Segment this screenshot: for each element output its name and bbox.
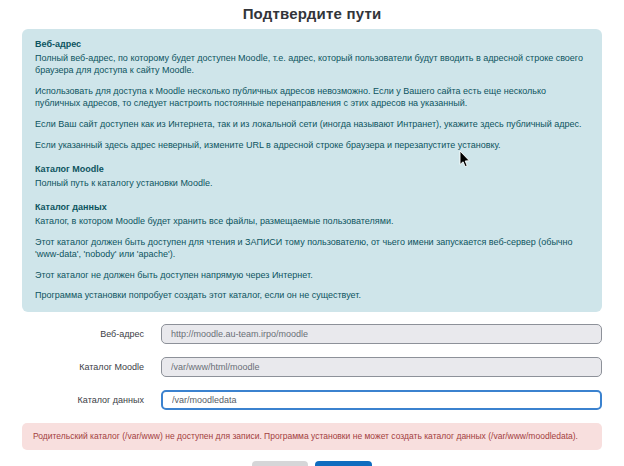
back-button[interactable]: « Назад [252, 461, 308, 466]
wizard-buttons: « Назад Далее » [0, 461, 624, 466]
info-heading-data-dir: Каталог данных [35, 201, 589, 214]
moodle-dir-input [161, 357, 602, 377]
info-paragraph: Полный веб-адрес, по которому будет дост… [35, 52, 589, 77]
moodle-dir-label: Каталог Moodle [22, 362, 144, 372]
info-paragraph: Если Ваш сайт доступен как из Интернета,… [35, 118, 589, 131]
data-dir-input[interactable] [161, 390, 602, 410]
error-message: Родительский каталог (/var/www) не досту… [33, 431, 578, 441]
form-row-moodle-dir: Каталог Moodle [22, 357, 602, 377]
info-paragraph: Полный путь к каталогу установки Moodle. [35, 177, 589, 190]
info-paragraph: Программа установки попробует создать эт… [35, 289, 589, 302]
info-paragraph: Если указанный здесь адрес неверный, изм… [35, 139, 589, 152]
form-row-web-address: Веб-адрес [22, 324, 602, 344]
data-dir-label: Каталог данных [22, 395, 144, 405]
info-paragraph: Этот каталог не должен быть доступен нап… [35, 269, 589, 282]
web-address-input [161, 324, 602, 344]
web-address-label: Веб-адрес [22, 329, 144, 339]
page-title: Подтвердите пути [0, 0, 624, 22]
info-paragraph: Каталог, в котором Moodle будет хранить … [35, 215, 589, 228]
error-alert: Родительский каталог (/var/www) не досту… [22, 423, 602, 450]
paths-form: Веб-адрес Каталог Moodle Каталог данных [0, 324, 624, 410]
next-button[interactable]: Далее » [315, 461, 372, 466]
info-paragraph: Использовать для доступа к Moodle нескол… [35, 85, 589, 110]
info-paragraph: Этот каталог должен быть доступен для чт… [35, 236, 589, 261]
install-confirm-paths-page: Подтвердите пути Веб-адрес Полный веб-ад… [0, 0, 624, 466]
form-row-data-dir: Каталог данных [22, 390, 602, 410]
paths-info-box: Веб-адрес Полный веб-адрес, по которому … [22, 29, 602, 312]
info-heading-web-address: Веб-адрес [35, 38, 589, 51]
info-heading-moodle-dir: Каталог Moodle [35, 163, 589, 176]
